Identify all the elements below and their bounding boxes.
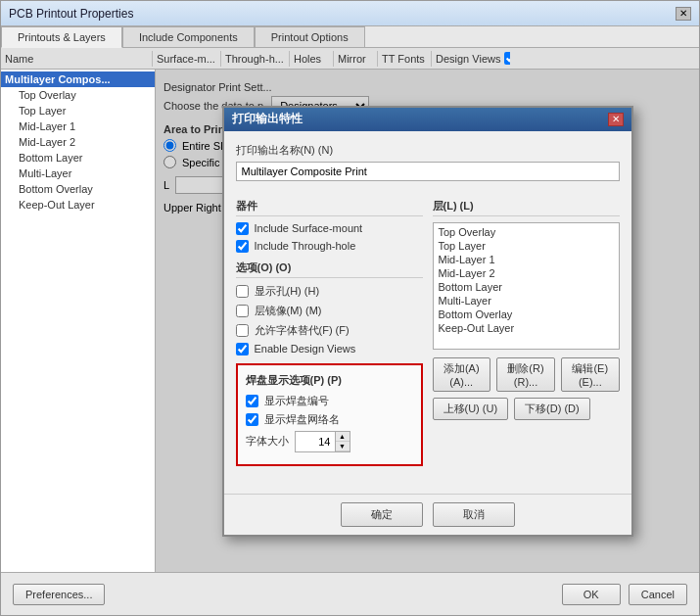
- layer-buttons-row: 添加(A) (A)... 删除(R) (R)... 编辑(E) (E)...: [433, 357, 620, 392]
- through-hole-label: Include Through-hole: [255, 240, 356, 252]
- mirror-checkbox[interactable]: [236, 305, 249, 317]
- name-label: 打印输出名称(N) (N): [236, 143, 620, 158]
- font-size-spinbox: ▲ ▼: [295, 431, 350, 452]
- mirror-row: 层镜像(M) (M): [236, 304, 423, 318]
- enable-design-label: Enable Design Views: [255, 343, 356, 355]
- font-size-input[interactable]: [296, 434, 335, 450]
- preferences-button[interactable]: Preferences...: [13, 584, 105, 605]
- spinbox-arrows: ▲ ▼: [335, 432, 350, 451]
- column-headers: Name Surface-m... Through-h... Holes Mir…: [1, 48, 699, 70]
- through-hole-row: Include Through-hole: [236, 240, 423, 253]
- modal-body: 打印输出名称(N) (N) 器件: [224, 131, 631, 494]
- modal-cancel-button[interactable]: 取消: [433, 502, 515, 527]
- modal-dialog: 打印输出特性 ✕ 打印输出名称(N) (N): [222, 106, 633, 537]
- modal-overlay: 打印输出特性 ✕ 打印输出名称(N) (N): [156, 70, 699, 572]
- two-col-section: 器件 Include Surface-mount Include Through…: [236, 199, 620, 474]
- tab-printouts-layers[interactable]: Printouts & Layers: [1, 26, 122, 48]
- col-name: Name: [1, 51, 153, 67]
- move-down-button[interactable]: 下移(D) (D): [514, 398, 590, 420]
- col-through: Through-h...: [221, 51, 290, 67]
- show-pad-net-row: 显示焊盘网络名: [246, 412, 413, 427]
- modal-right-col: 层(L) (L) Top Overlay Top Layer Mid-Layer…: [433, 199, 620, 474]
- ok-button[interactable]: OK: [562, 584, 621, 605]
- col-design-views: Design Views: [432, 50, 510, 67]
- tree-item-bottom-overlay[interactable]: Bottom Overlay: [1, 181, 155, 197]
- bottom-bar: Preferences... OK Cancel: [1, 572, 699, 615]
- col-surface: Surface-m...: [153, 51, 221, 67]
- show-pad-net-checkbox[interactable]: [246, 413, 258, 426]
- layer-item-5[interactable]: Multi-Layer: [436, 294, 617, 308]
- window-close-button[interactable]: ✕: [676, 7, 691, 21]
- title-bar: PCB Printout Properties ✕: [1, 1, 699, 26]
- mirror-label: 层镜像(M) (M): [255, 304, 322, 318]
- components-section: 器件 Include Surface-mount Include Through…: [236, 199, 423, 253]
- tree-item-mid-layer1[interactable]: Mid-Layer 1: [1, 118, 155, 134]
- modal-close-button[interactable]: ✕: [608, 113, 624, 126]
- tree-panel: Multilayer Compos... Top Overlay Top Lay…: [1, 70, 156, 572]
- pad-section-title: 焊盘显示选项(P) (P): [246, 373, 413, 388]
- options-title: 选项(O) (O): [236, 261, 423, 278]
- surface-mount-label: Include Surface-mount: [255, 222, 363, 234]
- tree-item-top-overlay[interactable]: Top Overlay: [1, 87, 155, 103]
- col-holes: Holes: [290, 51, 334, 67]
- layer-item-2[interactable]: Mid-Layer 1: [436, 253, 617, 266]
- layers-title: 层(L) (L): [433, 199, 620, 216]
- tab-include-components[interactable]: Include Components: [122, 26, 255, 47]
- content-area: Multilayer Compos... Top Overlay Top Lay…: [1, 70, 699, 572]
- options-section: 选项(O) (O) 显示孔(H) (H) 层镜像(M) (M): [236, 261, 423, 355]
- layer-item-4[interactable]: Bottom Layer: [436, 280, 617, 294]
- show-pad-net-label: 显示焊盘网络名: [264, 412, 340, 427]
- components-title: 器件: [236, 199, 423, 216]
- font-size-label: 字体大小: [246, 434, 289, 449]
- show-pad-number-checkbox[interactable]: [246, 395, 258, 407]
- tree-item-root[interactable]: Multilayer Compos...: [1, 71, 155, 87]
- show-pad-number-label: 显示焊盘编号: [264, 394, 329, 408]
- design-views-checkbox[interactable]: [504, 52, 510, 65]
- tree-item-multi-layer[interactable]: Multi-Layer: [1, 166, 155, 181]
- tree-item-mid-layer2[interactable]: Mid-Layer 2: [1, 134, 155, 150]
- modal-ok-button[interactable]: 确定: [341, 502, 423, 527]
- modal-left-col: 器件 Include Surface-mount Include Through…: [236, 199, 423, 474]
- tree-item-top-layer[interactable]: Top Layer: [1, 103, 155, 118]
- remove-button[interactable]: 删除(R) (R)...: [496, 357, 555, 392]
- move-up-button[interactable]: 上移(U) (U): [433, 398, 509, 420]
- show-holes-label: 显示孔(H) (H): [255, 284, 320, 299]
- col-mirror: Mirror: [334, 51, 378, 67]
- layer-list: Top Overlay Top Layer Mid-Layer 1 Mid-La…: [433, 222, 620, 350]
- enable-design-checkbox[interactable]: [236, 343, 249, 355]
- allow-subst-label: 允许字体替代(F) (F): [255, 323, 350, 338]
- spinbox-down-arrow[interactable]: ▼: [336, 442, 350, 451]
- right-panel: Designator Print Sett... Choose the data…: [156, 70, 699, 572]
- show-holes-checkbox[interactable]: [236, 285, 249, 298]
- tree-item-keep-out-layer[interactable]: Keep-Out Layer: [1, 197, 155, 213]
- layer-item-1[interactable]: Top Layer: [436, 239, 617, 253]
- bottom-right-buttons: OK Cancel: [562, 584, 687, 605]
- allow-subst-checkbox[interactable]: [236, 324, 249, 337]
- through-hole-checkbox[interactable]: [236, 240, 249, 253]
- show-holes-row: 显示孔(H) (H): [236, 284, 423, 299]
- cancel-button[interactable]: Cancel: [629, 584, 687, 605]
- main-window: PCB Printout Properties ✕ Printouts & La…: [0, 0, 700, 616]
- layer-item-3[interactable]: Mid-Layer 2: [436, 266, 617, 280]
- modal-title: 打印输出特性: [232, 111, 303, 127]
- name-section: 打印输出名称(N) (N): [236, 143, 620, 191]
- allow-subst-row: 允许字体替代(F) (F): [236, 323, 423, 338]
- spinbox-up-arrow[interactable]: ▲: [336, 432, 350, 442]
- layer-item-6[interactable]: Bottom Overlay: [436, 308, 617, 321]
- show-pad-number-row: 显示焊盘编号: [246, 394, 413, 408]
- tab-bar: Printouts & Layers Include Components Pr…: [1, 26, 699, 48]
- modal-title-bar: 打印输出特性 ✕: [224, 108, 631, 131]
- name-input[interactable]: [236, 162, 620, 181]
- tab-printout-options[interactable]: Printout Options: [255, 26, 365, 47]
- edit-button[interactable]: 编辑(E) (E)...: [561, 357, 619, 392]
- surface-mount-checkbox[interactable]: [236, 222, 249, 235]
- add-button[interactable]: 添加(A) (A)...: [433, 357, 490, 392]
- font-size-row: 字体大小 ▲ ▼: [246, 431, 413, 452]
- surface-mount-row: Include Surface-mount: [236, 222, 423, 235]
- layer-item-0[interactable]: Top Overlay: [436, 225, 617, 239]
- pad-options-section: 焊盘显示选项(P) (P) 显示焊盘编号 显示焊盘网络名: [236, 363, 423, 466]
- tree-item-bottom-layer[interactable]: Bottom Layer: [1, 150, 155, 166]
- layer-item-7[interactable]: Keep-Out Layer: [436, 321, 617, 335]
- col-ttfonts: TT Fonts: [378, 51, 432, 67]
- modal-footer: 确定 取消: [224, 494, 631, 535]
